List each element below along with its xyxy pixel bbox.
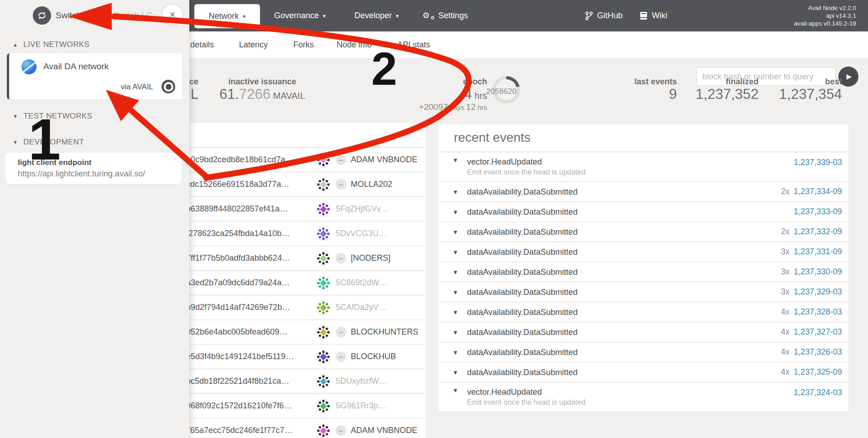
epoch-ring-value: 2058620 <box>486 87 516 96</box>
block-author-hash[interactable]: 0cdc15266e691518a3d77a… <box>182 180 316 189</box>
minus-badge-icon: – <box>336 425 346 436</box>
chevron-down-icon[interactable]: ▼ <box>452 289 458 296</box>
chevron-down-icon[interactable]: ▼ <box>452 329 458 336</box>
block-link[interactable]: 1,237,327-03 <box>794 327 842 337</box>
chevron-down-icon: ▾ <box>396 13 399 19</box>
identicon-icon[interactable] <box>316 398 331 414</box>
validators-table-header <box>160 123 425 147</box>
event-name: dataAvailability.DataSubmitted <box>467 267 781 277</box>
table-row: 2e5d3f4b9c1491241bef5119… –BLOCKHUB <box>160 345 425 368</box>
switch-button[interactable] <box>33 6 51 25</box>
identicon-icon[interactable] <box>316 374 331 389</box>
table-row: c765a7ecc75dc246fe1f77c7… –ADAM VNBNODE <box>160 419 425 438</box>
tab-node-info[interactable]: Node info <box>337 31 372 58</box>
identicon-icon[interactable] <box>316 325 331 340</box>
git-branch-icon <box>585 11 593 21</box>
stat-value: 61.7266 MAVAIL <box>208 87 317 103</box>
event-count: 2x <box>781 187 790 196</box>
block-link[interactable]: 1,237,332-09 <box>794 227 842 237</box>
tab-forks[interactable]: Forks <box>293 31 314 58</box>
nav-governance-menu[interactable]: Governance ▾ <box>274 0 326 31</box>
nav-github-link[interactable]: GitHub <box>585 0 623 31</box>
chevron-down-icon[interactable]: ▼ <box>452 189 458 196</box>
block-author-hash[interactable]: 2e5d3f4b9c1491241bef5119… <box>182 352 316 361</box>
nav-developer-menu[interactable]: Developer ▾ <box>354 0 399 31</box>
identicon-icon[interactable] <box>316 152 331 168</box>
event-description: Emit event once the head is updated <box>467 168 794 177</box>
block-author-hash[interactable]: 97ff1f77b5b0adfd3abbb624… <box>182 253 316 263</box>
tab-details[interactable]: details <box>190 31 214 58</box>
block-author-hash[interactable]: 9f278623ca254fbda14a10b… <box>182 229 316 238</box>
version-info: Avail Node v2.2.0 api v14.3.1 avail-apps… <box>794 4 856 27</box>
block-author-hash[interactable]: abc5db18f22521d4f8b21ca… <box>182 376 316 386</box>
identicon-icon[interactable] <box>316 423 331 438</box>
identicon-icon[interactable] <box>316 349 331 365</box>
chevron-down-icon[interactable]: ▼ <box>452 269 458 276</box>
identicon-icon[interactable] <box>316 275 331 291</box>
stat-label: finalized <box>690 77 759 87</box>
block-link[interactable]: 1,237,330-09 <box>794 267 842 277</box>
play-icon: ▶ <box>847 72 852 81</box>
chevron-down-icon[interactable]: ▼ <box>452 369 458 376</box>
chevron-down-icon[interactable]: ▼ <box>452 229 458 236</box>
event-row: ▼dataAvailability.DataSubmitted1,237,333… <box>439 202 848 221</box>
validator-name: 5DUxybzfW… <box>336 376 387 386</box>
event-row: ▼dataAvailability.DataSubmitted2x1,237,3… <box>439 182 848 201</box>
stat-inactive-issuance: inactive issuance 61.7266 MAVAIL <box>208 77 317 103</box>
block-link[interactable]: 1,237,333-09 <box>794 207 842 216</box>
chevron-down-icon[interactable]: ▼ <box>452 209 458 216</box>
minus-badge-icon: – <box>336 155 346 165</box>
chevron-down-icon[interactable]: ▼ <box>452 387 458 394</box>
identicon-icon[interactable] <box>316 226 331 242</box>
block-link[interactable]: 1,237,325-09 <box>794 367 842 377</box>
block-author-hash[interactable]: db63889ff448022857ef41a… <box>182 204 316 214</box>
triangle-down-icon: ▼ <box>13 139 18 145</box>
block-link[interactable]: 1,237,339-03 <box>794 158 842 167</box>
tab-latency[interactable]: Latency <box>239 31 268 58</box>
section-test-networks[interactable]: ▼ TEST NETWORKS <box>13 112 93 121</box>
section-development[interactable]: ▼ DEVELOPMENT <box>13 138 84 147</box>
chevron-down-icon[interactable]: ▼ <box>452 349 458 356</box>
nav-network-menu[interactable]: Network ▾ <box>194 4 260 28</box>
block-author-hash[interactable]: c765a7ecc75dc246fe1f77c7… <box>182 426 316 435</box>
selected-provider-radio[interactable] <box>161 80 175 93</box>
event-description: Emit event once the head is updated <box>467 398 794 407</box>
event-row: ▼vector.HeadUpdatedEmit event once the h… <box>439 383 848 411</box>
block-author-hash[interactable]: d068f092c1572d16210fe7f6… <box>182 401 316 411</box>
block-link[interactable]: 1,237,324-03 <box>794 388 842 397</box>
section-live-networks[interactable]: ▲ LIVE NETWORKS <box>13 40 89 49</box>
block-author-hash[interactable]: eb9d2f794d14af74269e72b… <box>182 303 316 312</box>
block-author-hash[interactable]: 8a3ed2b7a09dc6dd79a24a… <box>182 278 316 288</box>
close-panel-button[interactable]: ✕ <box>162 5 182 25</box>
block-link[interactable]: 1,237,334-09 <box>794 187 842 196</box>
api-version: api v14.3.1 <box>794 12 856 20</box>
validator-name: 5CAfDa2yV… <box>336 303 387 312</box>
chevron-down-icon[interactable]: ▼ <box>452 309 458 316</box>
identicon-icon[interactable] <box>316 251 331 266</box>
event-name: dataAvailability.DataSubmitted <box>467 207 794 217</box>
validator-name: ADAM VNBNODE <box>351 426 417 435</box>
event-name: dataAvailability.DataSubmitted <box>467 247 781 257</box>
block-link[interactable]: 1,237,329-03 <box>794 287 842 297</box>
block-link[interactable]: 1,237,326-03 <box>794 347 842 357</box>
block-link[interactable]: 1,237,331-09 <box>794 247 842 257</box>
block-link[interactable]: 1,237,328-03 <box>794 307 842 317</box>
block-author-hash[interactable]: 4052b6e4abc005bfead609… <box>182 327 316 337</box>
light-client-endpoint-item[interactable]: light client endpoint https://api.lightc… <box>5 153 182 184</box>
switch-label[interactable]: Switch <box>56 10 81 21</box>
identicon-icon[interactable] <box>316 300 331 315</box>
nav-wiki-link[interactable]: Wiki <box>639 0 667 31</box>
stat-epoch: epoch 4 hrs +20097 days 12 hrs <box>401 77 487 112</box>
identicon-icon[interactable] <box>316 177 331 192</box>
chevron-down-icon[interactable]: ▼ <box>452 249 458 256</box>
network-item-avail-da[interactable]: Avail DA network via AVAIL <box>7 53 182 99</box>
switch-lc-button[interactable]: Switch LC <box>114 10 153 21</box>
stat-label: best <box>774 77 842 87</box>
chevron-down-icon[interactable]: ▼ <box>452 157 458 164</box>
identicon-icon[interactable] <box>316 201 331 217</box>
nav-github-label: GitHub <box>597 11 623 21</box>
tab-api-stats[interactable]: API stats <box>397 31 430 58</box>
recent-events-header: recent events <box>439 124 848 151</box>
block-author-hash[interactable]: 7b0c9bd2cedb8e18b61cd7a… <box>182 155 316 165</box>
nav-settings[interactable]: ⚙⚙ Settings <box>423 0 468 31</box>
